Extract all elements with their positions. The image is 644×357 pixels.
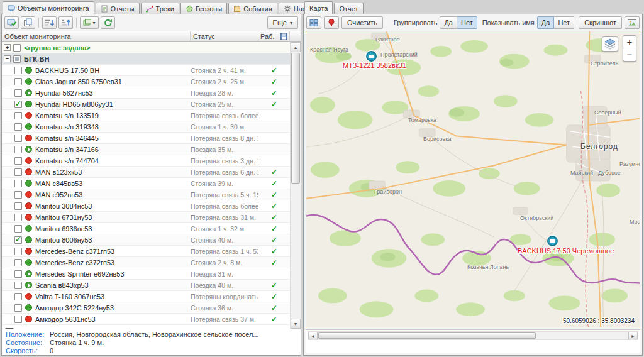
tab-monitoring-units[interactable]: Объекты мониторинга: [3, 1, 94, 14]
table-row[interactable]: Scania в843хр53 Поездка 40 м. ✓: [2, 280, 290, 291]
zoom-in-button[interactable]: +: [623, 36, 636, 48]
scrollbar-track[interactable]: [318, 332, 628, 339]
row-checkbox[interactable]: [14, 282, 22, 289]
table-row[interactable]: MAN в123хк53 Потеряна связь 6 дн. 16... …: [2, 167, 290, 178]
table-row[interactable]: Амкодор 5631нс53 Потеряна связь 37 м. ✓: [2, 314, 290, 325]
table-row[interactable]: Claas Jaguar 850 6750ев31 Стоянка 2 ч. 2…: [2, 76, 290, 87]
row-checkbox[interactable]: [13, 55, 21, 63]
unit-marker[interactable]: [366, 51, 377, 62]
row-checkbox[interactable]: [14, 225, 22, 233]
scrollbar-thumb[interactable]: [318, 332, 536, 339]
marker-pin-button[interactable]: [324, 16, 339, 29]
row-checkbox[interactable]: [14, 270, 22, 278]
table-row[interactable]: Valtra T-160 3067нс53 Потеряны координат…: [2, 291, 290, 302]
table-row[interactable]: MAN с952вв53 Потеряна связь 5 ч. 19 м. ✓: [2, 189, 290, 200]
expander-icon[interactable]: +: [4, 44, 11, 51]
tiles-view-button[interactable]: [306, 16, 321, 29]
zoom-out-button[interactable]: −: [623, 48, 636, 61]
status-dot-icon: [25, 236, 32, 243]
row-checkbox[interactable]: [14, 135, 22, 142]
table-row[interactable]: Komatsu s/n 133519 Потеряна связь более …: [2, 110, 290, 121]
table-row[interactable]: Manitou 6731ну53 Потеряна связь 31 м. ✓: [2, 212, 290, 223]
tab-geofences[interactable]: Геозоны: [180, 3, 227, 14]
tab-tracks[interactable]: Треки: [141, 3, 179, 14]
table-row[interactable]: Mersedes Sprinter е692нв53 Поездка 31 м.: [2, 268, 290, 280]
clear-map-button[interactable]: Очистить: [341, 16, 383, 29]
row-checkbox[interactable]: [14, 259, 22, 266]
row-checkbox[interactable]: [14, 67, 22, 74]
expander-icon[interactable]: −: [4, 55, 11, 62]
show-names-yes-button[interactable]: Да: [537, 16, 555, 29]
row-checkbox[interactable]: [14, 202, 22, 210]
row-checkbox[interactable]: [14, 316, 22, 323]
table-row[interactable]: Hyundai 5627нс53 Поездка 28 м. ✓: [2, 87, 290, 99]
table-row[interactable]: − БГК-ВН: [2, 53, 290, 65]
tab-events[interactable]: События: [228, 3, 277, 14]
sort-ascending-button[interactable]: [58, 16, 73, 29]
save-icon: [280, 33, 287, 40]
copy-list-button[interactable]: [21, 16, 35, 29]
group-no-button[interactable]: Нет: [457, 16, 477, 29]
table-row[interactable]: Manitou 6936нс53 Стоянка 1 ч. 32 м. ✓: [2, 223, 290, 234]
scroll-down-button[interactable]: ▼: [291, 319, 301, 329]
table-row[interactable]: Komatsu s/n 346445 Потеряна связь 8 дн. …: [2, 133, 290, 144]
row-checkbox[interactable]: [14, 157, 22, 165]
row-checkbox[interactable]: [14, 89, 22, 97]
row-checkbox[interactable]: [14, 146, 22, 153]
map-image-button[interactable]: [625, 16, 640, 29]
map-layers-button[interactable]: [602, 36, 618, 52]
table-row[interactable]: [2, 325, 290, 329]
row-checkbox[interactable]: [14, 293, 22, 300]
screenshot-button[interactable]: Скриншот: [579, 16, 622, 29]
row-checkbox[interactable]: [14, 191, 22, 199]
unit-status: Потеряна связь более 3...: [191, 112, 258, 119]
column-header-work[interactable]: Раб.: [258, 31, 290, 41]
table-row[interactable]: Manitou 8006ну53 Стоянка 40 м. ✓: [2, 234, 290, 246]
table-row[interactable]: Komatsu s/n 319348 Стоянка 1 ч. 30 м.: [2, 121, 290, 133]
tab-map[interactable]: Карта: [304, 1, 333, 14]
unit-marker[interactable]: [547, 236, 558, 246]
column-header-status[interactable]: Статус: [191, 31, 258, 41]
row-checkbox[interactable]: [14, 304, 22, 312]
table-row[interactable]: MAN с845вв53 Стоянка 39 м. ✓: [2, 178, 290, 189]
map[interactable]: РакитноеКрасная ЯругаПролетарскийСтроите…: [306, 31, 640, 327]
refresh-button[interactable]: [101, 16, 115, 29]
tab-report[interactable]: Отчет: [334, 3, 363, 14]
scroll-left-button[interactable]: ◄: [308, 332, 318, 339]
sort-descending-button[interactable]: [42, 16, 57, 29]
add-to-map-button[interactable]: [4, 16, 19, 29]
table-row[interactable]: Hyundai HD65 м806уу31 Стоянка 25 м. ✓: [2, 99, 290, 110]
scrollbar-thumb[interactable]: [291, 53, 300, 184]
horizontal-scrollbar[interactable]: ◄ ►: [308, 331, 638, 340]
table-row[interactable]: Manitou 3084нс53 Потеряна связь более п.…: [2, 200, 290, 212]
tab-reports[interactable]: Отчеты: [96, 3, 140, 14]
table-row[interactable]: Mercedes-Benz с371гп53 Потеряна связь 1 …: [2, 246, 290, 257]
row-checkbox[interactable]: [14, 214, 22, 221]
group-yes-button[interactable]: Да: [440, 16, 457, 29]
row-checkbox[interactable]: [14, 180, 22, 187]
row-checkbox[interactable]: [14, 78, 22, 85]
table-row[interactable]: Mercedes-Benz с372гп53 Стоянка 2 ч. 8 м.…: [2, 257, 290, 268]
unit-name: Hyundai 5627нс53: [35, 89, 191, 97]
status-dot-icon: [25, 157, 32, 164]
column-header-object[interactable]: Объект мониторинга: [2, 31, 191, 41]
visibility-filter-button[interactable]: ▾: [80, 16, 99, 29]
row-checkbox[interactable]: [14, 248, 22, 255]
table-row[interactable]: BACKHUS 17.50 ВН Стоянка 2 ч. 41 м. ✓: [2, 65, 290, 76]
table-row[interactable]: Амкодор 342С 5224ну53 Стоянка 36 м. ✓: [2, 302, 290, 314]
status-dot-icon: [25, 225, 32, 232]
row-checkbox[interactable]: [14, 236, 22, 244]
row-checkbox[interactable]: [14, 112, 22, 119]
vertical-scrollbar[interactable]: ▲ ▼: [290, 42, 301, 329]
more-button[interactable]: Еще ▾: [267, 16, 298, 29]
scroll-right-button[interactable]: ►: [628, 332, 638, 339]
show-names-no-button[interactable]: Нет: [554, 16, 574, 29]
table-row[interactable]: Komatsu s/n 347166 Поездка 35 м.: [2, 144, 290, 155]
table-row[interactable]: + <группа не задана>: [2, 42, 290, 53]
scroll-up-button[interactable]: ▲: [291, 42, 301, 52]
row-checkbox[interactable]: [14, 101, 22, 108]
table-row[interactable]: Komatsu s/n 744704 Потеряна связь 3 дн. …: [2, 155, 290, 167]
row-checkbox[interactable]: [14, 123, 22, 131]
row-checkbox[interactable]: [14, 168, 22, 176]
row-checkbox[interactable]: [13, 44, 21, 52]
